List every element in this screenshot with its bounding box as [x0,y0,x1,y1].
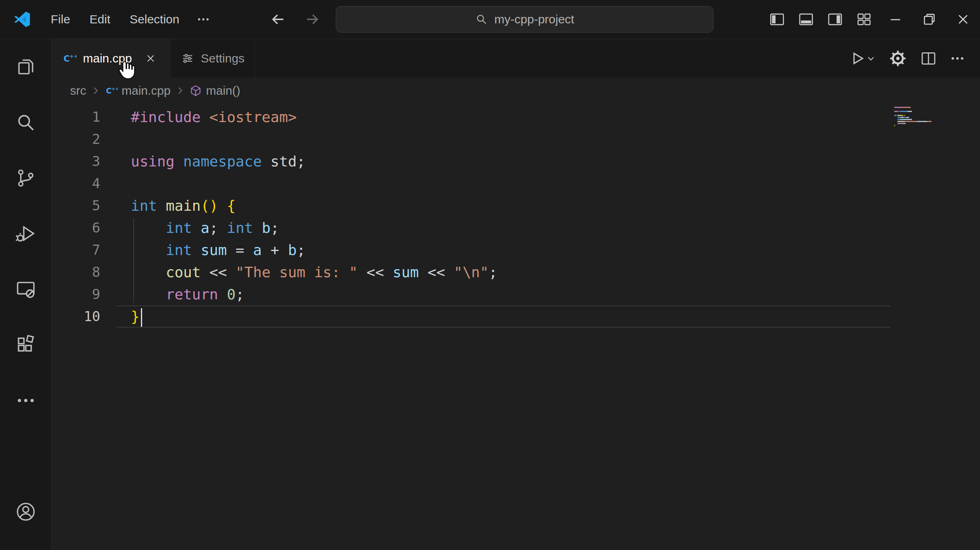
code-line[interactable]: 5int main() { [52,195,980,217]
code-line[interactable]: 8 cout << "The sum is: " << sum << "\n"; [52,261,980,283]
activity-extensions-button[interactable] [0,317,51,373]
code-text [100,172,131,195]
cpp-file-icon: C ++ [62,51,76,66]
customize-layout-button[interactable] [850,5,879,34]
editor-caret [141,308,142,327]
run-button[interactable] [845,46,880,71]
maximize-button[interactable] [912,0,946,39]
minimap-line [894,123,931,124]
menu-selection[interactable]: Selection [120,9,189,29]
code-text: return 0; [100,283,244,305]
code-line[interactable]: 9 return 0; [52,283,980,305]
close-window-button[interactable] [946,0,980,39]
symbol-method-icon [189,84,202,97]
menu-bar: File Edit Selection [41,9,218,30]
line-number[interactable]: 3 [52,150,100,172]
code-line[interactable]: 6 int a; int b; [52,217,980,239]
back-button[interactable] [266,7,290,31]
minimap-line [894,119,931,120]
menu-more-button[interactable] [189,9,218,30]
search-icon [475,13,488,26]
code-line[interactable]: 4 [52,172,980,195]
more-actions-button[interactable] [945,46,970,71]
code-area[interactable]: 1#include <iostream>23using namespace st… [52,104,980,550]
editor-actions [845,39,970,78]
activity-source-control-button[interactable] [0,150,51,206]
gear-icon [888,49,908,68]
line-number[interactable]: 5 [52,195,100,217]
forward-button[interactable] [300,7,325,31]
settings-gear-button[interactable] [884,46,912,71]
code-line[interactable]: 7 int sum = a + b; [52,239,980,261]
breadcrumb-main-function[interactable]: main() [189,84,240,98]
split-editor-button[interactable] [916,46,941,71]
search-icon [15,112,37,133]
tab-close-button[interactable] [142,50,159,67]
minimize-button[interactable] [879,0,912,39]
close-icon [145,52,157,64]
minimap[interactable] [894,107,931,126]
line-number[interactable]: 1 [52,106,100,128]
arrow-right-icon [304,10,321,28]
titlebar: File Edit Selection [0,0,980,39]
chevron-down-icon [866,53,876,64]
breadcrumb-label: src [70,84,86,98]
breadcrumb-main-cpp[interactable]: C ++ main.cpp [105,84,171,98]
menu-edit[interactable]: Edit [80,9,120,29]
line-number[interactable]: 7 [52,239,100,261]
code-line[interactable]: 3using namespace std; [52,150,980,172]
activity-remote-explorer-button[interactable] [0,262,51,317]
play-icon [849,50,866,67]
menu-file[interactable]: File [41,9,80,29]
minimap-line [894,125,931,126]
code-text: } [100,305,142,328]
svg-text:++: ++ [112,86,118,91]
activity-bar [0,39,52,550]
toggle-panel-button[interactable] [792,5,821,34]
code-line[interactable]: 10} [52,305,980,328]
minimap-line [894,111,931,112]
code-text: int sum = a + b; [100,239,306,261]
activity-explorer-button[interactable] [0,39,51,95]
code-text: int main() { [100,195,236,217]
activity-run-debug-button[interactable] [0,206,51,262]
toggle-secondary-sidebar-button[interactable] [821,5,850,34]
line-number[interactable]: 6 [52,217,100,239]
settings-sliders-icon [181,52,194,65]
code-text: int a; int b; [100,217,279,239]
line-number[interactable]: 2 [52,128,100,150]
line-number[interactable]: 8 [52,261,100,283]
chevron-right-icon [174,85,186,97]
tab-label: main.cpp [83,52,132,65]
line-number[interactable]: 4 [52,172,100,195]
tab-main-cpp[interactable]: C ++ main.cpp [52,39,170,78]
command-center-search[interactable]: my-cpp-project [336,6,713,33]
activity-more-button[interactable] [0,373,51,428]
tab-settings[interactable]: Settings [170,39,255,78]
toggle-primary-sidebar-button[interactable] [763,5,792,34]
layout-grid-icon [856,11,872,28]
ellipsis-icon [196,12,211,27]
minimap-line [894,121,931,122]
close-icon [955,11,971,27]
svg-text:++: ++ [70,53,76,59]
maximize-restore-icon [921,11,937,27]
ellipsis-icon [949,50,966,66]
activity-search-button[interactable] [0,95,51,150]
account-button[interactable] [0,484,51,540]
command-center-label: my-cpp-project [494,12,574,26]
remote-explorer-icon [15,278,37,300]
editor-group: C ++ main.cpp [52,39,980,550]
minimize-icon [887,11,904,27]
line-number[interactable]: 10 [52,305,100,328]
tab-bar: C ++ main.cpp [52,39,980,78]
minimap-line [894,113,931,114]
titlebar-right-controls [763,0,980,39]
vscode-logo-icon [14,11,31,28]
arrow-left-icon [269,10,287,28]
svg-text:C: C [64,54,70,64]
breadcrumb-src[interactable]: src [70,84,86,98]
code-line[interactable]: 2 [52,128,980,150]
code-line[interactable]: 1#include <iostream> [52,106,980,128]
line-number[interactable]: 9 [52,283,100,305]
